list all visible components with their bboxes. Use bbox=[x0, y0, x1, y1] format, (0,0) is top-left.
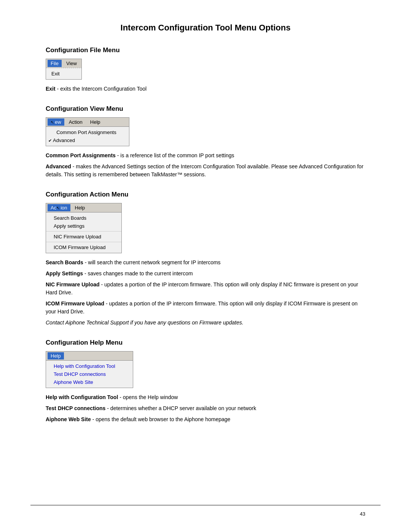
view-menu-bar: ↖ew Action Help bbox=[46, 118, 129, 127]
file-exit-description: Exit - exits the Intercom Configuration … bbox=[46, 85, 365, 93]
file-menu-section: Configuration File Menu File View Exit E… bbox=[46, 46, 365, 93]
view-menu-mockup: ↖ew Action Help Common Port Assignments … bbox=[46, 117, 129, 146]
help-menu-mockup: Help Help with Configuration Tool Test D… bbox=[46, 351, 133, 388]
action-separator-2 bbox=[46, 242, 121, 242]
file-menu-heading: Configuration File Menu bbox=[46, 46, 365, 54]
help-dhcp-description: Test DHCP connections - determines wheth… bbox=[46, 404, 365, 412]
view-advanced-description: Advanced - makes the Advanced Settings s… bbox=[46, 163, 365, 179]
action-menu-heading: Configuration Action Menu bbox=[46, 191, 365, 198]
view-menu-item-view[interactable]: ↖ew bbox=[48, 118, 64, 126]
view-advanced-item[interactable]: Advanced bbox=[46, 136, 129, 144]
file-dropdown: Exit bbox=[46, 68, 82, 80]
view-menu-item-action[interactable]: Action bbox=[66, 118, 86, 126]
help-menu-item-help[interactable]: Help bbox=[48, 352, 64, 359]
help-menu-section: Configuration Help Menu Help Help with C… bbox=[46, 339, 365, 423]
page-title: Intercom Configuration Tool Menu Options bbox=[46, 23, 365, 33]
cursor-icon-action: ↖ bbox=[56, 206, 60, 211]
help-dropdown: Help with Configuration Tool Test DHCP c… bbox=[46, 361, 133, 388]
view-menu-item-help[interactable]: Help bbox=[87, 118, 104, 126]
view-menu-section: Configuration View Menu ↖ew Action Help … bbox=[46, 105, 365, 179]
action-apply-settings[interactable]: Apply settings bbox=[46, 222, 121, 230]
action-search-description: Search Boards - will search the current … bbox=[46, 259, 365, 267]
action-menu-bar: Ac↖ion Help bbox=[46, 203, 121, 212]
action-separator-1 bbox=[46, 231, 121, 232]
cursor-icon: ↖ bbox=[51, 120, 54, 125]
file-exit-item[interactable]: Exit bbox=[46, 70, 81, 78]
file-menu-bar: File View bbox=[46, 59, 82, 68]
action-menu-mockup: Ac↖ion Help Search Boards Apply settings… bbox=[46, 203, 122, 253]
help-aiphone-description: Aiphone Web Site - opens the default web… bbox=[46, 415, 365, 423]
help-config-description: Help with Configuration Tool - opens the… bbox=[46, 393, 365, 401]
help-aiphone-web-item[interactable]: Aiphone Web Site bbox=[46, 378, 133, 386]
action-menu-section: Configuration Action Menu Ac↖ion Help Se… bbox=[46, 191, 365, 327]
action-contact-description: Contact Aiphone Technical Support if you… bbox=[46, 319, 365, 327]
action-menu-item-help[interactable]: Help bbox=[72, 204, 88, 211]
action-search-boards[interactable]: Search Boards bbox=[46, 214, 121, 222]
help-config-tool-item[interactable]: Help with Configuration Tool bbox=[46, 362, 133, 370]
file-menu-mockup: File View Exit bbox=[46, 59, 82, 80]
action-apply-description: Apply Settings - saves changes made to t… bbox=[46, 270, 365, 278]
action-nic-firmware[interactable]: NIC Firmware Upload bbox=[46, 233, 121, 241]
help-dhcp-item[interactable]: Test DHCP connections bbox=[46, 370, 133, 378]
action-nic-description: NIC Firmware Upload - updates a portion … bbox=[46, 281, 365, 297]
page-number: 43 bbox=[360, 511, 365, 517]
view-menu-heading: Configuration View Menu bbox=[46, 105, 365, 113]
action-icom-firmware[interactable]: ICOM Firmware Upload bbox=[46, 243, 121, 251]
action-menu-item-action[interactable]: Ac↖ion bbox=[48, 204, 70, 211]
page-rule bbox=[30, 505, 381, 505]
view-common-port-item[interactable]: Common Port Assignments bbox=[46, 128, 129, 136]
view-common-port-description: Common Port Assignments - is a reference… bbox=[46, 152, 365, 160]
file-menu-item-view[interactable]: View bbox=[63, 60, 80, 67]
help-menu-heading: Configuration Help Menu bbox=[46, 339, 365, 347]
view-dropdown: Common Port Assignments Advanced bbox=[46, 127, 129, 146]
help-menu-bar: Help bbox=[46, 351, 133, 361]
action-icom-description: ICOM Firmware Upload - updates a portion… bbox=[46, 300, 365, 316]
file-menu-item-file[interactable]: File bbox=[48, 60, 62, 67]
action-dropdown: Search Boards Apply settings NIC Firmwar… bbox=[46, 212, 121, 253]
